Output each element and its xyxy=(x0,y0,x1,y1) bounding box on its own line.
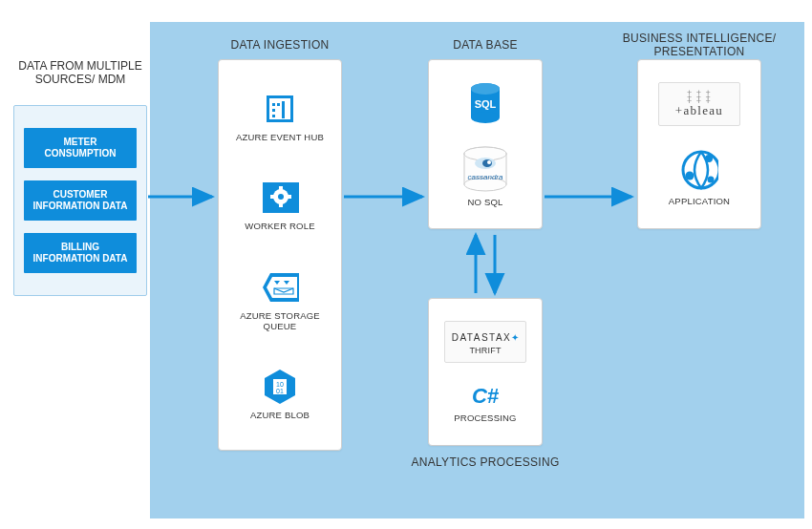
database-panel: SQL cassandra NO SQL xyxy=(428,59,543,229)
application-icon xyxy=(680,148,718,192)
thrift-item: DATASTAX✦ THRIFT xyxy=(437,321,534,362)
svg-text:01: 01 xyxy=(276,388,284,394)
svg-rect-15 xyxy=(288,195,291,199)
svg-rect-14 xyxy=(270,195,274,199)
svg-point-26 xyxy=(471,112,500,123)
ingestion-title: DATA INGESTION xyxy=(218,38,342,52)
tableau-wordmark: +ableau xyxy=(669,104,730,117)
svg-point-39 xyxy=(705,155,713,162)
tableau-sparkle-icon: + + ++ + ++ + + xyxy=(669,91,730,104)
analytics-title: ANALYTICS PROCESSING xyxy=(409,455,562,469)
event-hub-icon xyxy=(261,90,299,128)
source-item: BILLING INFORMATION DATA xyxy=(24,233,137,273)
svg-text:cassandra: cassandra xyxy=(468,173,503,181)
cassandra-icon: cassandra xyxy=(459,145,512,193)
datastax-wordmark: DATASTAX xyxy=(452,332,512,343)
svg-text:10: 10 xyxy=(276,381,284,388)
sql-db-item: SQL xyxy=(437,81,534,125)
ingestion-item: WORKER ROLE xyxy=(226,179,333,231)
svg-point-40 xyxy=(708,176,715,182)
sources-panel: METER CONSUMPTION CUSTOMER INFORMATION D… xyxy=(13,105,147,296)
ingestion-item: 1001 AZURE BLOB xyxy=(226,368,333,420)
ingestion-item-label: WORKER ROLE xyxy=(245,221,314,231)
svg-point-35 xyxy=(487,160,491,164)
svg-point-11 xyxy=(278,194,284,200)
ingestion-item: AZURE STORAGE QUEUE xyxy=(226,268,333,331)
analytics-panel: DATASTAX✦ THRIFT C# PROCESSING xyxy=(428,298,543,446)
bi-panel: + + ++ + ++ + + +ableau APPLICATION xyxy=(637,59,761,229)
application-label: APPLICATION xyxy=(669,196,730,206)
ingestion-item-label: AZURE BLOB xyxy=(250,410,310,420)
storage-queue-icon xyxy=(261,268,299,307)
svg-point-27 xyxy=(471,83,500,95)
blob-icon: 1001 xyxy=(261,368,299,406)
svg-text:SQL: SQL xyxy=(475,98,497,110)
svg-point-38 xyxy=(686,171,694,180)
svg-rect-6 xyxy=(282,101,285,118)
csharp-item: C# PROCESSING xyxy=(437,384,534,423)
ingestion-item-label: AZURE STORAGE QUEUE xyxy=(226,310,333,331)
ingestion-item-label: AZURE EVENT HUB xyxy=(236,132,324,142)
sql-database-icon: SQL xyxy=(466,81,504,125)
worker-role-icon xyxy=(261,179,299,217)
svg-point-37 xyxy=(683,152,718,188)
nosql-db-item: cassandra NO SQL xyxy=(437,145,534,207)
bi-title: BUSINESS INTELLIGENCE/ PRESENTATION xyxy=(618,32,780,59)
svg-rect-2 xyxy=(272,103,275,106)
thrift-label: THRIFT xyxy=(451,347,520,356)
ingestion-item: AZURE EVENT HUB xyxy=(226,90,333,142)
svg-rect-12 xyxy=(279,186,283,190)
svg-rect-3 xyxy=(277,103,280,106)
application-item: APPLICATION xyxy=(646,148,753,206)
ingestion-panel: AZURE EVENT HUB WORKER ROLE AZURE STORAG… xyxy=(218,59,342,451)
svg-marker-17 xyxy=(267,277,297,298)
svg-rect-4 xyxy=(272,109,275,112)
source-item: METER CONSUMPTION xyxy=(24,128,137,168)
csharp-icon: C# xyxy=(472,384,499,409)
tableau-logo: + + ++ + ++ + + +ableau xyxy=(658,82,740,126)
database-title: DATA BASE xyxy=(428,38,543,52)
processing-label: PROCESSING xyxy=(454,413,516,423)
source-item: CUSTOMER INFORMATION DATA xyxy=(24,180,137,221)
sources-title: DATA FROM MULTIPLE SOURCES/ MDM xyxy=(13,59,147,86)
datastax-logo: DATASTAX✦ THRIFT xyxy=(444,321,526,362)
svg-rect-5 xyxy=(272,115,275,117)
tableau-item: + + ++ + ++ + + +ableau xyxy=(646,82,753,126)
svg-rect-13 xyxy=(279,203,283,207)
nosql-label: NO SQL xyxy=(467,197,502,207)
